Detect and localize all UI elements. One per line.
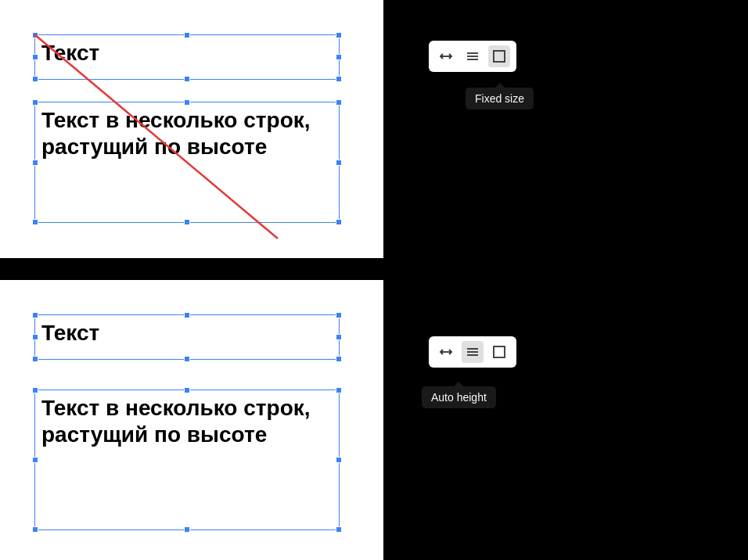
- text-label-2-bottom: Текст в несколько строк, растущий по выс…: [35, 390, 339, 452]
- lines-icon-btn-bottom[interactable]: [462, 341, 484, 363]
- handle-tr[interactable]: [336, 99, 342, 106]
- handle-tr[interactable]: [336, 387, 342, 393]
- handle-tl[interactable]: [32, 387, 38, 393]
- handle-br[interactable]: [336, 356, 342, 362]
- handle-bl[interactable]: [32, 76, 38, 82]
- handle-tl[interactable]: [32, 32, 38, 38]
- handle-tm[interactable]: [184, 32, 190, 38]
- text-label-1-bottom: Текст: [35, 315, 339, 351]
- text-box-2-bottom[interactable]: Текст в несколько строк, растущий по выс…: [34, 389, 340, 530]
- handle-tm[interactable]: [184, 99, 190, 106]
- tooltip-fixed-size: Fixed size: [466, 88, 534, 109]
- handle-br[interactable]: [336, 76, 342, 82]
- bottom-panel: Текст Текст в несколько строк, растущий …: [0, 280, 383, 560]
- handle-tr[interactable]: [336, 312, 342, 318]
- handle-ml[interactable]: [32, 457, 38, 463]
- handle-ml[interactable]: [32, 334, 38, 340]
- toolbar-top[interactable]: [429, 41, 516, 72]
- handle-br[interactable]: [336, 526, 342, 533]
- handle-mr[interactable]: [336, 160, 342, 166]
- handle-bl[interactable]: [32, 356, 38, 362]
- handle-bl[interactable]: [32, 526, 38, 533]
- text-box-1-bottom[interactable]: Текст: [34, 314, 340, 360]
- handle-tm[interactable]: [184, 387, 190, 393]
- text-box-2-top[interactable]: Текст в несколько строк, растущий по выс…: [34, 102, 340, 223]
- fixed-size-icon-btn-top[interactable]: [488, 45, 510, 67]
- handle-ml[interactable]: [32, 160, 38, 166]
- handle-bm[interactable]: [184, 76, 190, 82]
- text-label-1-top: Текст: [35, 35, 339, 71]
- handle-tl[interactable]: [32, 99, 38, 106]
- handle-bm[interactable]: [184, 526, 190, 533]
- handle-tm[interactable]: [184, 312, 190, 318]
- handle-tr[interactable]: [336, 32, 342, 38]
- expand-icon-btn-top[interactable]: [435, 45, 457, 67]
- svg-rect-10: [494, 346, 505, 357]
- handle-ml[interactable]: [32, 54, 38, 60]
- expand-icon-btn-bottom[interactable]: [435, 341, 457, 363]
- handle-mr[interactable]: [336, 457, 342, 463]
- handle-mr[interactable]: [336, 54, 342, 60]
- tooltip-auto-height: Auto height: [422, 386, 496, 408]
- fixed-size-icon-btn-bottom[interactable]: [488, 341, 510, 363]
- handle-bm[interactable]: [184, 356, 190, 362]
- top-panel: Текст Текст в несколько строк, растущий …: [0, 0, 383, 258]
- lines-icon-btn-top[interactable]: [462, 45, 484, 67]
- handle-bl[interactable]: [32, 219, 38, 225]
- text-box-1-top[interactable]: Текст: [34, 34, 340, 80]
- handle-mr[interactable]: [336, 334, 342, 340]
- handle-tl[interactable]: [32, 312, 38, 318]
- text-label-2-top: Текст в несколько строк, растущий по выс…: [35, 102, 339, 164]
- handle-bm[interactable]: [184, 219, 190, 225]
- handle-br[interactable]: [336, 219, 342, 225]
- toolbar-bottom[interactable]: [429, 336, 516, 368]
- svg-rect-5: [494, 51, 505, 62]
- separator: [0, 258, 748, 280]
